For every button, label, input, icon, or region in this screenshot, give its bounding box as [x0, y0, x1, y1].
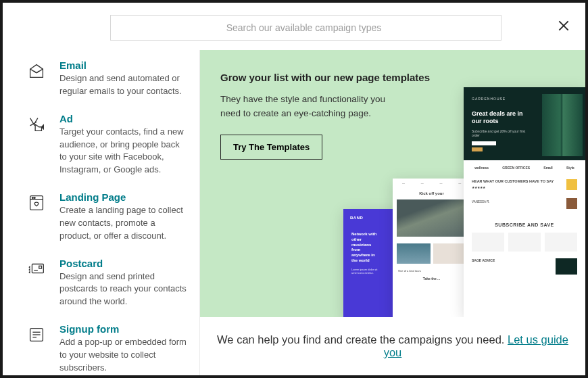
campaign-type-desc: Target your contacts, find a new audienc…	[59, 126, 187, 176]
campaign-type-desc: Create a landing page to collect new con…	[59, 204, 187, 243]
hero-title: Grow your list with our new page templat…	[220, 72, 565, 83]
ad-icon	[26, 113, 47, 176]
modal-body: Email Design and send automated or regul…	[3, 50, 585, 375]
svg-point-6	[32, 197, 33, 199]
campaign-type-modal: Email Design and send automated or regul…	[3, 3, 585, 375]
campaign-type-signup-form[interactable]: Signup form Add a pop-up or embedded for…	[26, 323, 187, 375]
campaign-type-landing-page[interactable]: Landing Page Create a landing page to co…	[26, 191, 187, 243]
svg-point-7	[34, 197, 35, 199]
campaign-type-title[interactable]: Postcard	[59, 258, 187, 269]
main-panel: Grow your list with our new page templat…	[200, 50, 585, 375]
template-mockups: BAND Network with other musicians from a…	[342, 87, 585, 317]
campaign-type-desc: Add a pop-up or embedded form to your we…	[59, 336, 187, 375]
campaign-type-desc: Design and send printed postcards to rea…	[59, 270, 187, 309]
campaign-type-email[interactable]: Email Design and send automated or regul…	[26, 60, 187, 98]
campaign-type-postcard[interactable]: Postcard Design and send printed postcar…	[26, 258, 187, 309]
footer-text: We can help you find and create the camp…	[217, 333, 508, 346]
campaign-type-title[interactable]: Landing Page	[59, 191, 187, 203]
hero-banner: Grow your list with our new page templat…	[200, 50, 585, 317]
campaign-type-title[interactable]: Ad	[59, 113, 187, 124]
signup-form-icon	[26, 323, 47, 375]
template-preview-a: GARDENHOUSE Great deals are in our roots…	[464, 87, 585, 317]
search-input[interactable]	[115, 22, 493, 33]
close-icon	[557, 23, 570, 34]
landing-page-icon	[26, 191, 47, 243]
search-row	[3, 3, 585, 50]
postcard-icon	[26, 258, 47, 309]
campaign-type-sidebar: Email Design and send automated or regul…	[3, 50, 200, 375]
template-preview-b: ———— Kick off your One of a kind tours T…	[393, 179, 470, 317]
campaign-type-desc: Design and send automated or regular ema…	[59, 72, 187, 98]
try-templates-button[interactable]: Try The Templates	[220, 135, 322, 160]
svg-rect-9	[39, 266, 42, 268]
search-box[interactable]	[110, 15, 501, 41]
campaign-type-title[interactable]: Signup form	[59, 323, 187, 335]
footer-help: We can help you find and create the camp…	[200, 317, 585, 375]
campaign-type-ad[interactable]: Ad Target your contacts, find a new audi…	[26, 113, 187, 176]
email-icon	[26, 60, 47, 98]
close-button[interactable]	[557, 19, 570, 35]
campaign-type-title[interactable]: Email	[59, 60, 187, 71]
